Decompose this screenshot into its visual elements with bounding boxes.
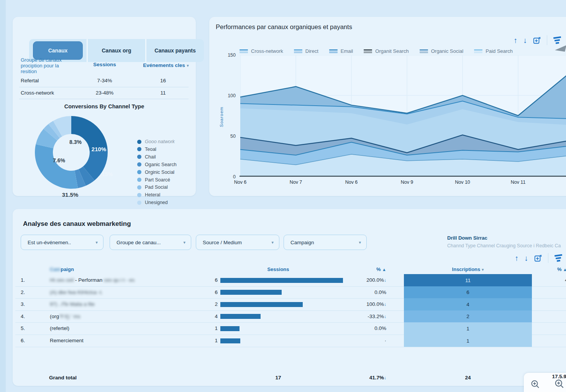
inscriptions-heatmap-cell: 4 [404, 298, 532, 310]
arrow-up-icon[interactable]: ↑ [514, 36, 517, 44]
column-header-channel-group: Groupe de canaux prociption pour la resi… [21, 57, 92, 74]
table-row: 1.Ht ces ceil - Performan ces qu i t - e… [15, 274, 566, 286]
donut-value-label: 7.6% [53, 157, 65, 163]
donut-legend-item: Oganic Search [137, 162, 177, 168]
channels-card: Canaux Canaux org Canaux payants Groupe … [13, 17, 196, 196]
table-row: 4.(org?f f() ' ms4-33.2%↓2-33.3 [15, 310, 566, 323]
legend-dot-icon [137, 185, 141, 189]
legend-label: Oganic Search [145, 162, 177, 167]
x-axis-tick: Nov 6 [227, 180, 254, 185]
donut-value-label: 31.5% [62, 191, 79, 198]
pct-delta-value: 0.0% [333, 325, 386, 331]
arrow-down-icon[interactable]: ↓ [524, 254, 528, 262]
area-legend-item: Organit Search [364, 48, 409, 54]
inscriptions-heatmap-cell: 2 [404, 310, 532, 323]
zoom-in-icon[interactable] [555, 379, 565, 390]
pct-delta-2-value: 450.0% [538, 277, 566, 283]
column-header-sessions[interactable]: Sessions [249, 266, 307, 272]
campaign-name: (A) dke fwa KtHictsa -t. [50, 289, 103, 295]
x-axis-tick: Nov 9 [394, 180, 420, 185]
donut-value-label: 8.3% [69, 139, 82, 145]
trend-down-icon: ↓ [384, 278, 386, 283]
grand-total-inscriptions: 24 [404, 375, 532, 381]
export-icon[interactable] [534, 254, 542, 262]
chevron-down-icon: ▾ [359, 240, 361, 245]
column-header-pct-delta[interactable]: % ▲ [337, 266, 386, 272]
row-channel-name: Cross-network [21, 90, 54, 96]
filter-dropdown-2[interactable]: Groupe de canau...▾ [110, 235, 191, 250]
column-header-sessions[interactable]: Sessions [82, 62, 128, 67]
sessions-bar [220, 302, 303, 307]
column-header-campaign[interactable]: Campaign [50, 266, 74, 272]
row-index: 2. [21, 289, 25, 295]
analysis-toolbar: ↑ ↓ [515, 253, 564, 263]
donut-chart [34, 116, 108, 189]
table-row: 6.Remerciement1·1· [15, 335, 566, 347]
analysis-title: Analyse des canaux webmarketing [23, 220, 131, 228]
filter-sort-icon[interactable] [554, 254, 564, 262]
legend-swatch-icon [420, 49, 428, 53]
row-separator [19, 87, 189, 87]
row-index: 5. [21, 325, 25, 331]
legend-label: Email [341, 48, 353, 54]
legend-label: Unesigned [145, 200, 168, 205]
filter-dropdown-1[interactable]: Est un-événemen..▾ [21, 235, 103, 250]
sessions-value: 1 [180, 338, 218, 343]
area-chart [240, 55, 566, 177]
donut-value-label: 15% [102, 171, 113, 177]
arrow-up-icon[interactable]: ↑ [515, 254, 518, 262]
area-legend-item: Email [329, 48, 353, 54]
chevron-down-icon: ▾ [271, 240, 274, 245]
legend-label: Chail [145, 154, 156, 160]
pct-delta-value: 100.0%↓ [333, 301, 386, 307]
row-sessions: 23-48% [82, 90, 128, 96]
row-index: 1. [21, 277, 25, 283]
column-header-inscriptions[interactable]: Inscriptions ▾ [404, 266, 532, 272]
pct-delta-value: -33.2%↓ [333, 314, 386, 319]
area-legend-item: Direct [294, 48, 318, 54]
row-events: 11 [139, 90, 187, 96]
tab-canaux-org[interactable]: Canaux org [88, 39, 146, 62]
legend-swatch-icon [364, 49, 372, 53]
legend-swatch-icon [474, 49, 482, 53]
grand-total-pct2: 17.5.9% [538, 374, 566, 379]
legend-label: Organit Search [375, 48, 409, 54]
filter-dropdown-3[interactable]: Source / Medium▾ [196, 235, 279, 250]
filter-label: Groupe de canau... [116, 240, 161, 245]
x-axis-tick: Nov 11 [505, 180, 532, 185]
donut-legend-item: Gooo natwork [137, 139, 175, 145]
trend-down-icon: ↓ [384, 314, 386, 319]
pct-delta-value: 0.0% [333, 289, 386, 295]
row-index: 6. [21, 338, 25, 343]
legend-dot-icon [137, 170, 141, 174]
inscriptions-heatmap-cell: 6 [404, 286, 532, 299]
grand-total-label: Grand total [49, 375, 77, 381]
export-icon[interactable] [533, 36, 541, 44]
donut-legend-item: Chail [137, 154, 156, 160]
arrow-down-icon[interactable]: ↓ [523, 36, 527, 44]
column-header-pct-delta-2[interactable]: % ▲ [538, 266, 566, 272]
zoom-in-icon[interactable] [531, 380, 541, 390]
tab-canaux-payants[interactable]: Canaux payants [146, 39, 204, 62]
legend-dot-icon [137, 193, 141, 197]
filter-dropdown-4[interactable]: Campaign▾ [284, 235, 367, 250]
delta-icon: ▲ [563, 267, 566, 272]
column-header-events[interactable]: Evénements cles ▾ [135, 62, 197, 69]
drill-down-title: Drill Down Sirrac [447, 235, 566, 241]
legend-dot-icon [137, 178, 141, 182]
legend-label: Gooo natwork [145, 139, 175, 144]
filter-label: Est un-événemen.. [28, 240, 71, 245]
campaign-name: (org?f f() ' ms [50, 314, 80, 319]
filter-sort-icon[interactable] [553, 36, 563, 44]
donut-value-label: 210% [92, 146, 106, 152]
area-legend-item: Organic Social [420, 48, 464, 54]
x-axis-tick: Nov 6 [338, 180, 365, 185]
pct-delta-2-value: 50.7% [538, 289, 566, 295]
y-axis-label: Soaroem [219, 106, 224, 127]
x-axis-tick: Nov 10 [449, 180, 476, 185]
legend-swatch-icon [240, 49, 248, 53]
grand-total-pct: 41.7%↓ [337, 375, 386, 381]
sessions-bar [220, 278, 343, 283]
chevron-down-icon: ▾ [183, 240, 185, 245]
pct-delta-value: 200.0%↓ [333, 277, 386, 283]
